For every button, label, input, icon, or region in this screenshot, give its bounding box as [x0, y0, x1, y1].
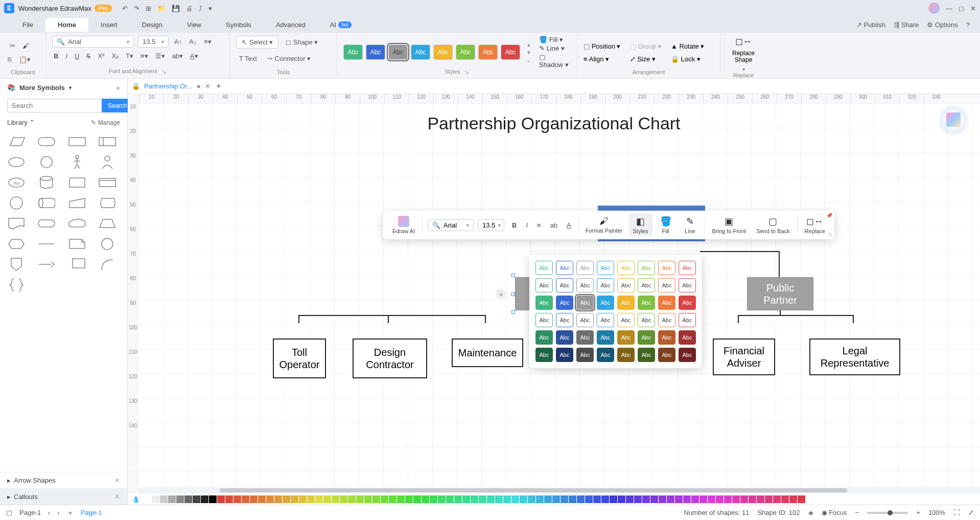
library-dropdown[interactable]: Library ⌃	[7, 119, 35, 126]
shape-rect[interactable]	[66, 133, 88, 150]
palette-color[interactable]	[716, 495, 724, 503]
palette-color[interactable]	[708, 495, 715, 503]
palette-color[interactable]	[593, 495, 601, 503]
tab-insert[interactable]: Insert	[88, 18, 130, 32]
style-expand-icon[interactable]: ⌄	[526, 57, 531, 63]
help-icon[interactable]: ?	[966, 21, 970, 29]
ft-replace[interactable]: ◻↔Replace	[801, 214, 829, 236]
replace-shape-button[interactable]: ◻↔ Replace Shape ▾	[727, 36, 760, 72]
style-option[interactable]: Abc	[556, 296, 573, 310]
shape-arc[interactable]	[96, 256, 119, 273]
style-option[interactable]: Abc	[679, 261, 696, 275]
shape-hexagon[interactable]	[5, 236, 28, 252]
shape-manual-input[interactable]	[66, 195, 88, 211]
style-swatch-lightblue[interactable]: Abc	[411, 44, 430, 60]
style-option[interactable]: Abc	[597, 261, 614, 275]
palette-color[interactable]	[495, 495, 503, 503]
style-option[interactable]: Abc	[617, 348, 635, 362]
shape-circle2[interactable]	[5, 195, 28, 211]
style-option[interactable]: Abc	[658, 278, 675, 292]
copy-icon[interactable]: ⎘	[6, 54, 13, 65]
style-option[interactable]: Abc	[556, 348, 573, 362]
style-swatch-lime[interactable]: Abc	[456, 44, 475, 60]
highlight-icon[interactable]: ab▾	[171, 51, 184, 61]
palette-color[interactable]	[160, 495, 168, 503]
palette-color[interactable]	[667, 495, 674, 503]
palette-color[interactable]	[291, 495, 298, 503]
palette-color[interactable]	[332, 495, 339, 503]
style-option[interactable]: Abc	[617, 278, 635, 292]
style-swatch-orange[interactable]: Abc	[478, 44, 498, 60]
shape-parallelogram[interactable]	[5, 133, 28, 150]
palette-color[interactable]	[642, 495, 650, 503]
cut-icon[interactable]: ✂	[8, 40, 17, 51]
canvas[interactable]: 102030405060708090100110120130140 Partne…	[128, 103, 980, 493]
palette-color[interactable]	[144, 495, 151, 503]
font-family-combo[interactable]: 🔍 Arial	[52, 36, 134, 48]
page-menu-icon[interactable]: ▢	[6, 509, 12, 516]
palette-color[interactable]	[258, 495, 266, 503]
style-option[interactable]: Abc	[535, 313, 553, 327]
layers-icon[interactable]: ◈	[808, 509, 813, 516]
shape-cylinder[interactable]	[35, 174, 58, 191]
new-tab-icon[interactable]: ＋	[215, 81, 223, 92]
palette-color[interactable]	[184, 495, 192, 503]
style-option[interactable]: Abc	[576, 296, 594, 310]
style-option[interactable]: Abc	[576, 261, 594, 275]
palette-color[interactable]	[397, 495, 405, 503]
style-option[interactable]: Abc	[679, 296, 696, 310]
palette-color[interactable]	[691, 495, 699, 503]
ft-format-painter[interactable]: 🖌Format Painter	[581, 214, 627, 236]
page-add-icon[interactable]: ＋	[67, 508, 74, 517]
shape-tool[interactable]: ◻ Shape ▾	[283, 36, 321, 48]
style-option[interactable]: Abc	[658, 296, 675, 310]
palette-color[interactable]	[683, 495, 691, 503]
org-box-legal-representative[interactable]: Legal Representative	[809, 338, 900, 375]
palette-color[interactable]	[626, 495, 634, 503]
share-button[interactable]: ⇶ Share	[894, 21, 919, 29]
tab-home[interactable]: Home	[45, 18, 88, 32]
palette-color[interactable]	[675, 495, 683, 503]
palette-color[interactable]	[250, 495, 258, 503]
tab-advanced[interactable]: Advanced	[264, 18, 318, 32]
style-option[interactable]: Abc	[638, 313, 655, 327]
font-color-icon[interactable]: A▾	[189, 51, 200, 61]
shape-trapezoid[interactable]	[96, 215, 119, 232]
style-option[interactable]: Abc	[535, 330, 553, 345]
style-option[interactable]: Abc	[638, 348, 655, 362]
fit-page-icon[interactable]: ⛶	[953, 509, 960, 516]
palette-color[interactable]	[283, 495, 290, 503]
palette-color[interactable]	[765, 495, 773, 503]
palette-color[interactable]	[225, 495, 233, 503]
chart-title[interactable]: Partnership Organizational Chart	[427, 114, 680, 133]
palette-color[interactable]	[659, 495, 666, 503]
shape-arrow-right[interactable]	[35, 256, 58, 273]
org-box-toll-operator[interactable]: Toll Operator	[273, 338, 326, 378]
style-option[interactable]: Abc	[679, 330, 696, 345]
style-option[interactable]: Abc	[556, 313, 573, 327]
page-next-icon[interactable]: ›	[57, 509, 59, 516]
strikethrough-icon[interactable]: S̶	[85, 51, 92, 61]
palette-color[interactable]	[471, 495, 478, 503]
user-avatar[interactable]	[928, 3, 940, 14]
palette-color[interactable]	[438, 495, 446, 503]
palette-color[interactable]	[389, 495, 396, 503]
palette-color[interactable]	[511, 495, 519, 503]
palette-color[interactable]	[773, 495, 781, 503]
org-box-financial-adviser[interactable]: Financial Adviser	[713, 338, 775, 375]
palette-color[interactable]	[724, 495, 732, 503]
manage-library-button[interactable]: ✎ Manage	[91, 119, 120, 126]
palette-color[interactable]	[315, 495, 323, 503]
shape-annotation[interactable]	[66, 256, 88, 273]
shape-cylinder-side[interactable]	[35, 195, 58, 211]
window-minimize-icon[interactable]: —	[946, 5, 952, 12]
ft-bring-front[interactable]: ▣Bring to Front	[708, 214, 751, 236]
grow-font-icon[interactable]: A↑	[173, 36, 183, 47]
options-button[interactable]: ⚙ Options	[927, 21, 958, 29]
doc-lock-icon[interactable]: 🔒	[132, 82, 140, 90]
style-option[interactable]: Abc	[535, 348, 553, 362]
zoom-out-icon[interactable]: −	[855, 509, 859, 516]
page-prev-icon[interactable]: ‹	[48, 509, 50, 516]
line-spacing-icon[interactable]: ≡▾	[139, 51, 150, 61]
palette-color[interactable]	[462, 495, 470, 503]
